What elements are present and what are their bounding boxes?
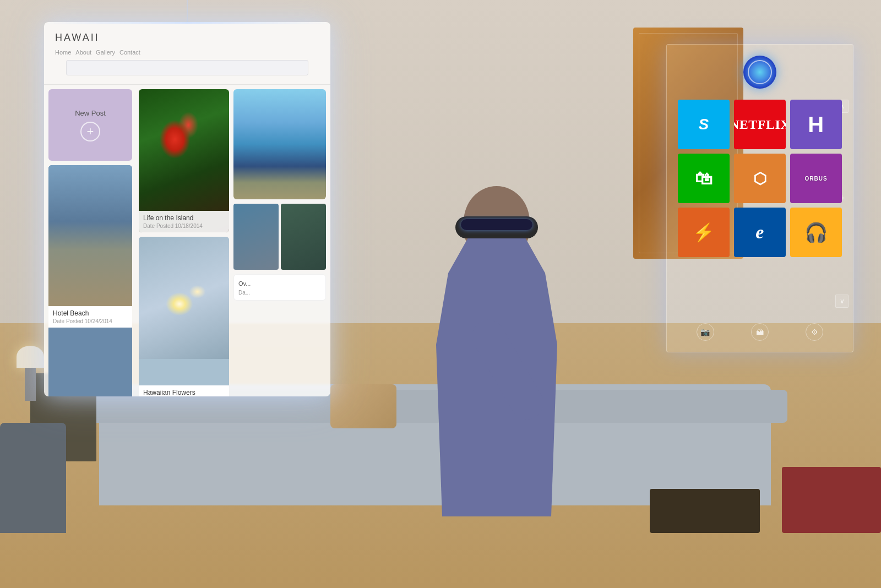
hotel-beach-date: Date Posted 10/24/2014 bbox=[53, 318, 128, 324]
panel-nav: Home About Gallery Contact bbox=[55, 48, 319, 57]
thumbnail-2[interactable] bbox=[281, 204, 326, 270]
start-panel: ∧ + S NETFLIX H 🛍 ⬡ ORBUS ⚡ e 🎧 bbox=[666, 44, 853, 352]
hawaiian-flowers-info: Hawaiian Flowers bbox=[139, 385, 229, 396]
hawaiian-flowers-title: Hawaiian Flowers bbox=[143, 389, 225, 396]
photo-icon-btn[interactable]: 🏔 bbox=[751, 323, 769, 341]
lamp-base bbox=[25, 368, 36, 401]
ottoman bbox=[782, 467, 881, 533]
post-text: Ov... bbox=[238, 279, 321, 288]
suspension-wire bbox=[187, 0, 188, 22]
panel-content: New Post + Hotel Beach Date Posted 10/24… bbox=[44, 85, 330, 396]
thumbnail-grid bbox=[233, 204, 326, 270]
new-post-card[interactable]: New Post + bbox=[48, 89, 132, 161]
nav-about[interactable]: About bbox=[75, 48, 91, 57]
island-card[interactable]: Life on the Island Date Posted 10/18/201… bbox=[139, 89, 229, 232]
tile-internet-explorer[interactable]: e bbox=[734, 208, 786, 257]
island-date: Date Posted 10/18/2014 bbox=[143, 223, 225, 229]
tile-store[interactable]: 🛍 bbox=[678, 154, 730, 203]
search-bar[interactable] bbox=[66, 60, 308, 75]
ocean-image bbox=[233, 89, 326, 199]
desk-lamp bbox=[17, 346, 44, 401]
panel-bottom-bar: 📷 🏔 ⚙ bbox=[678, 323, 842, 341]
coffee-table bbox=[650, 489, 760, 533]
tile-onsight[interactable]: ⚡ bbox=[678, 208, 730, 257]
orbus-label: ORBUS bbox=[804, 176, 827, 182]
island-info: Life on the Island Date Posted 10/18/201… bbox=[139, 211, 229, 232]
nav-home[interactable]: Home bbox=[55, 48, 71, 57]
scroll-down-button[interactable]: ∨ bbox=[835, 295, 849, 308]
tile-game[interactable]: ⬡ bbox=[734, 154, 786, 203]
post-text-date: Da... bbox=[238, 290, 321, 296]
thumbnail-1[interactable] bbox=[233, 204, 279, 270]
blog-panel: HAWAII Home About Gallery Contact New Po… bbox=[44, 22, 330, 396]
holographic-icon: H bbox=[808, 112, 824, 137]
hawaiian-flowers-card[interactable]: Hawaiian Flowers bbox=[139, 237, 229, 396]
tiles-grid: S NETFLIX H 🛍 ⬡ ORBUS ⚡ e 🎧 bbox=[678, 100, 842, 257]
tile-holographic[interactable]: H bbox=[790, 100, 842, 149]
hotel-beach-card[interactable]: Hotel Beach Date Posted 10/24/2014 bbox=[48, 165, 132, 396]
new-post-icon: + bbox=[80, 122, 100, 141]
camera-icon-btn[interactable]: 📷 bbox=[697, 323, 714, 341]
tile-orbus[interactable]: ORBUS bbox=[790, 154, 842, 203]
onsight-icon: ⚡ bbox=[693, 222, 715, 243]
person-body bbox=[436, 230, 557, 516]
hotel-beach-image bbox=[48, 165, 132, 306]
new-post-label: New Post bbox=[75, 109, 106, 117]
person bbox=[403, 186, 590, 516]
game-icon: ⬡ bbox=[753, 170, 767, 188]
couch-pillow bbox=[330, 384, 396, 428]
hotel-beach-title: Hotel Beach bbox=[53, 309, 128, 317]
nav-contact[interactable]: Contact bbox=[119, 48, 140, 57]
plumeria-image bbox=[139, 237, 229, 359]
column-right: Ov... Da... bbox=[231, 89, 326, 396]
blog-panel-title: HAWAII bbox=[55, 32, 319, 43]
hotel-beach-info: Hotel Beach Date Posted 10/24/2014 bbox=[48, 306, 132, 328]
settings-icon-btn[interactable]: ⚙ bbox=[806, 323, 823, 341]
skype-icon: S bbox=[698, 116, 709, 133]
column-left: New Post + Hotel Beach Date Posted 10/24… bbox=[48, 89, 137, 396]
column-middle: Life on the Island Date Posted 10/18/201… bbox=[137, 89, 231, 396]
cortana-circle[interactable] bbox=[743, 56, 776, 89]
arm-raised bbox=[466, 314, 550, 426]
store-icon: 🛍 bbox=[695, 168, 713, 189]
hololens-headset bbox=[455, 216, 538, 238]
nav-gallery[interactable]: Gallery bbox=[96, 48, 115, 57]
chair-left bbox=[0, 423, 66, 533]
tile-music[interactable]: 🎧 bbox=[790, 208, 842, 257]
panel-header: HAWAII Home About Gallery Contact bbox=[44, 22, 330, 85]
music-icon: 🎧 bbox=[804, 221, 828, 243]
post-text-card: Ov... Da... bbox=[233, 274, 326, 301]
island-title: Life on the Island bbox=[143, 214, 225, 222]
ie-icon: e bbox=[755, 222, 764, 243]
tile-skype[interactable]: S bbox=[678, 100, 730, 149]
netflix-icon: NETFLIX bbox=[734, 117, 786, 132]
lamp-shade bbox=[17, 346, 44, 368]
tile-netflix[interactable]: NETFLIX bbox=[734, 100, 786, 149]
ocean-card[interactable] bbox=[233, 89, 326, 199]
